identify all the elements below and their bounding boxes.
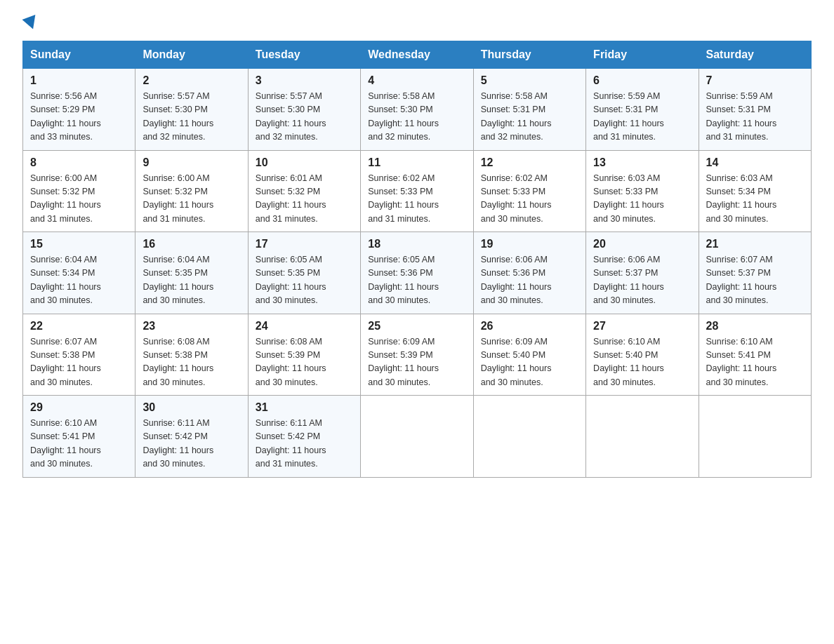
day-info: Sunrise: 6:01 AMSunset: 5:32 PMDaylight:… xyxy=(256,172,353,227)
day-number: 7 xyxy=(706,74,804,87)
logo xyxy=(22,17,39,29)
logo-text xyxy=(22,17,39,29)
day-number: 4 xyxy=(368,74,465,87)
week-row-3: 15Sunrise: 6:04 AMSunset: 5:34 PMDayligh… xyxy=(23,232,812,314)
day-info: Sunrise: 6:05 AMSunset: 5:35 PMDaylight:… xyxy=(256,253,353,308)
day-info: Sunrise: 5:59 AMSunset: 5:31 PMDaylight:… xyxy=(593,90,691,145)
day-info: Sunrise: 6:06 AMSunset: 5:36 PMDaylight:… xyxy=(481,253,578,308)
day-cell-27: 27Sunrise: 6:10 AMSunset: 5:40 PMDayligh… xyxy=(586,314,699,396)
day-cell-29: 29Sunrise: 6:10 AMSunset: 5:41 PMDayligh… xyxy=(23,396,135,478)
day-cell-10: 10Sunrise: 6:01 AMSunset: 5:32 PMDayligh… xyxy=(248,150,360,232)
day-info: Sunrise: 6:03 AMSunset: 5:34 PMDaylight:… xyxy=(706,172,804,227)
day-number: 1 xyxy=(30,74,128,87)
day-info: Sunrise: 6:11 AMSunset: 5:42 PMDaylight:… xyxy=(143,417,240,471)
day-cell-23: 23Sunrise: 6:08 AMSunset: 5:38 PMDayligh… xyxy=(135,314,248,396)
day-number: 14 xyxy=(706,156,804,169)
day-number: 2 xyxy=(143,74,240,87)
day-info: Sunrise: 5:57 AMSunset: 5:30 PMDaylight:… xyxy=(143,90,240,145)
day-cell-13: 13Sunrise: 6:03 AMSunset: 5:33 PMDayligh… xyxy=(586,150,699,232)
day-info: Sunrise: 5:56 AMSunset: 5:29 PMDaylight:… xyxy=(30,90,128,145)
day-number: 18 xyxy=(368,238,465,250)
day-info: Sunrise: 5:57 AMSunset: 5:30 PMDaylight:… xyxy=(256,90,353,145)
day-number: 10 xyxy=(256,156,353,169)
col-header-thursday: Thursday xyxy=(473,41,585,69)
day-cell-16: 16Sunrise: 6:04 AMSunset: 5:35 PMDayligh… xyxy=(135,232,248,314)
col-header-monday: Monday xyxy=(135,41,248,69)
day-cell-8: 8Sunrise: 6:00 AMSunset: 5:32 PMDaylight… xyxy=(23,150,135,232)
day-info: Sunrise: 6:00 AMSunset: 5:32 PMDaylight:… xyxy=(143,172,240,227)
logo-triangle-icon xyxy=(22,15,40,32)
day-number: 8 xyxy=(30,156,128,169)
empty-cell xyxy=(361,396,473,478)
col-header-friday: Friday xyxy=(586,41,699,69)
day-cell-14: 14Sunrise: 6:03 AMSunset: 5:34 PMDayligh… xyxy=(699,150,811,232)
day-cell-28: 28Sunrise: 6:10 AMSunset: 5:41 PMDayligh… xyxy=(699,314,811,396)
week-row-5: 29Sunrise: 6:10 AMSunset: 5:41 PMDayligh… xyxy=(23,396,812,478)
day-cell-4: 4Sunrise: 5:58 AMSunset: 5:30 PMDaylight… xyxy=(361,69,473,151)
day-info: Sunrise: 5:59 AMSunset: 5:31 PMDaylight:… xyxy=(706,90,804,145)
day-info: Sunrise: 6:07 AMSunset: 5:37 PMDaylight:… xyxy=(706,253,804,308)
day-info: Sunrise: 6:08 AMSunset: 5:38 PMDaylight:… xyxy=(143,335,240,390)
col-header-tuesday: Tuesday xyxy=(248,41,360,69)
day-cell-12: 12Sunrise: 6:02 AMSunset: 5:33 PMDayligh… xyxy=(473,150,585,232)
day-cell-22: 22Sunrise: 6:07 AMSunset: 5:38 PMDayligh… xyxy=(23,314,135,396)
empty-cell xyxy=(699,396,811,478)
day-number: 27 xyxy=(593,320,691,333)
day-number: 13 xyxy=(593,156,691,169)
day-info: Sunrise: 6:10 AMSunset: 5:41 PMDaylight:… xyxy=(30,417,128,471)
day-cell-26: 26Sunrise: 6:09 AMSunset: 5:40 PMDayligh… xyxy=(473,314,585,396)
day-number: 12 xyxy=(481,156,578,169)
day-number: 5 xyxy=(481,74,578,87)
day-cell-24: 24Sunrise: 6:08 AMSunset: 5:39 PMDayligh… xyxy=(248,314,360,396)
day-number: 24 xyxy=(256,320,353,333)
day-cell-5: 5Sunrise: 5:58 AMSunset: 5:31 PMDaylight… xyxy=(473,69,585,151)
day-number: 3 xyxy=(256,74,353,87)
col-header-wednesday: Wednesday xyxy=(361,41,473,69)
day-number: 23 xyxy=(143,320,240,333)
day-number: 26 xyxy=(481,320,578,333)
day-cell-31: 31Sunrise: 6:11 AMSunset: 5:42 PMDayligh… xyxy=(248,396,360,478)
day-cell-30: 30Sunrise: 6:11 AMSunset: 5:42 PMDayligh… xyxy=(135,396,248,478)
day-number: 11 xyxy=(368,156,465,169)
day-info: Sunrise: 6:11 AMSunset: 5:42 PMDaylight:… xyxy=(256,417,353,471)
day-cell-3: 3Sunrise: 5:57 AMSunset: 5:30 PMDaylight… xyxy=(248,69,360,151)
day-info: Sunrise: 6:07 AMSunset: 5:38 PMDaylight:… xyxy=(30,335,128,390)
day-info: Sunrise: 6:10 AMSunset: 5:40 PMDaylight:… xyxy=(593,335,691,390)
day-info: Sunrise: 6:00 AMSunset: 5:32 PMDaylight:… xyxy=(30,172,128,227)
day-info: Sunrise: 6:03 AMSunset: 5:33 PMDaylight:… xyxy=(593,172,691,227)
day-info: Sunrise: 5:58 AMSunset: 5:30 PMDaylight:… xyxy=(368,90,465,145)
day-cell-1: 1Sunrise: 5:56 AMSunset: 5:29 PMDaylight… xyxy=(23,69,135,151)
day-info: Sunrise: 6:04 AMSunset: 5:35 PMDaylight:… xyxy=(143,253,240,308)
day-cell-15: 15Sunrise: 6:04 AMSunset: 5:34 PMDayligh… xyxy=(23,232,135,314)
day-info: Sunrise: 6:04 AMSunset: 5:34 PMDaylight:… xyxy=(30,253,128,308)
day-number: 25 xyxy=(368,320,465,333)
day-info: Sunrise: 6:10 AMSunset: 5:41 PMDaylight:… xyxy=(706,335,804,390)
day-info: Sunrise: 6:05 AMSunset: 5:36 PMDaylight:… xyxy=(368,253,465,308)
week-row-1: 1Sunrise: 5:56 AMSunset: 5:29 PMDaylight… xyxy=(23,69,812,151)
day-number: 17 xyxy=(256,238,353,250)
day-cell-11: 11Sunrise: 6:02 AMSunset: 5:33 PMDayligh… xyxy=(361,150,473,232)
col-header-sunday: Sunday xyxy=(23,41,135,69)
day-number: 19 xyxy=(481,238,578,250)
week-row-2: 8Sunrise: 6:00 AMSunset: 5:32 PMDaylight… xyxy=(23,150,812,232)
day-info: Sunrise: 6:06 AMSunset: 5:37 PMDaylight:… xyxy=(593,253,691,308)
day-cell-9: 9Sunrise: 6:00 AMSunset: 5:32 PMDaylight… xyxy=(135,150,248,232)
day-cell-18: 18Sunrise: 6:05 AMSunset: 5:36 PMDayligh… xyxy=(361,232,473,314)
day-info: Sunrise: 5:58 AMSunset: 5:31 PMDaylight:… xyxy=(481,90,578,145)
day-info: Sunrise: 6:02 AMSunset: 5:33 PMDaylight:… xyxy=(368,172,465,227)
day-cell-6: 6Sunrise: 5:59 AMSunset: 5:31 PMDaylight… xyxy=(586,69,699,151)
day-info: Sunrise: 6:09 AMSunset: 5:40 PMDaylight:… xyxy=(481,335,578,390)
day-cell-19: 19Sunrise: 6:06 AMSunset: 5:36 PMDayligh… xyxy=(473,232,585,314)
day-cell-17: 17Sunrise: 6:05 AMSunset: 5:35 PMDayligh… xyxy=(248,232,360,314)
day-number: 29 xyxy=(30,401,128,414)
calendar-table: SundayMondayTuesdayWednesdayThursdayFrid… xyxy=(22,41,812,478)
page-header xyxy=(22,17,812,29)
day-number: 6 xyxy=(593,74,691,87)
day-info: Sunrise: 6:08 AMSunset: 5:39 PMDaylight:… xyxy=(256,335,353,390)
day-number: 22 xyxy=(30,320,128,333)
day-number: 16 xyxy=(143,238,240,250)
day-number: 21 xyxy=(706,238,804,250)
day-info: Sunrise: 6:09 AMSunset: 5:39 PMDaylight:… xyxy=(368,335,465,390)
day-number: 9 xyxy=(143,156,240,169)
day-cell-7: 7Sunrise: 5:59 AMSunset: 5:31 PMDaylight… xyxy=(699,69,811,151)
